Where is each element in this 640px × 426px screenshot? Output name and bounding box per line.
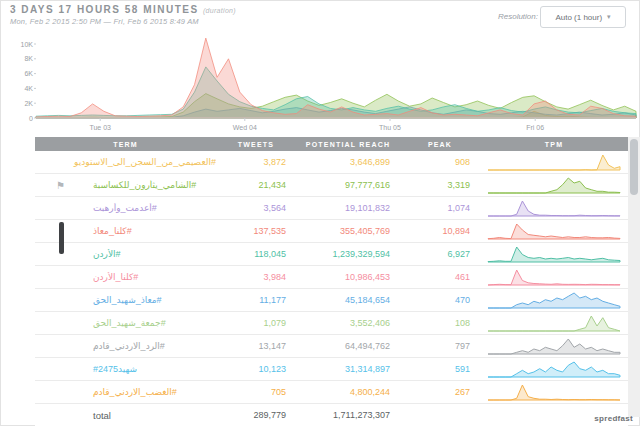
date-range: Mon, Feb 2 2015 2:50 PM — Fri, Feb 6 201…: [10, 17, 199, 26]
tpm-sparkline: [487, 222, 621, 240]
tpm-sparkline: [487, 314, 621, 332]
tpm-sparkline: [487, 360, 621, 378]
x-axis-tick-label: Tue 03: [89, 124, 111, 131]
tpm-sparkline: [487, 176, 621, 194]
term-hashtag[interactable]: #جمعة_شهيد_الحق: [35, 318, 216, 328]
resolution-select[interactable]: Auto (1 hour) ▾: [540, 6, 626, 28]
term-hashtag[interactable]: #2475شهيد: [35, 364, 216, 374]
tpm-cell: [480, 337, 628, 355]
table-header-row: TERMTWEETSPOTENTIAL REACHPEAKTPM: [35, 137, 628, 151]
reach-value: 3,552,406: [296, 318, 400, 328]
total-label: total: [35, 410, 216, 421]
tweets-value: 705: [216, 387, 296, 397]
right-scrollbar-thumb[interactable]: [630, 139, 638, 195]
tpm-cell: [480, 360, 628, 378]
tpm-sparkline: [487, 245, 621, 263]
table-row: #أعدمت_وأرهبت3,56419,101,8321,074: [35, 197, 628, 220]
reach-value: 1,711,273,307: [296, 410, 400, 420]
term-hashtag[interactable]: #معاذ_شهيد_الحق: [35, 295, 216, 305]
table-row: #كلنا_معاذ137,535355,405,76910,894: [35, 220, 628, 243]
tweets-value: 3,984: [216, 272, 296, 282]
tpm-sparkline: [487, 199, 621, 217]
reach-value: 4,800,244: [296, 387, 400, 397]
reach-value: 10,986,453: [296, 272, 400, 282]
tpm-sparkline: [487, 291, 621, 309]
peak-value: 591: [400, 364, 480, 374]
tpm-cell: [480, 314, 628, 332]
reach-value: 97,777,616: [296, 180, 400, 190]
tweets-value: 10,123: [216, 364, 296, 374]
tpm-cell: [480, 268, 628, 286]
table-row: #الأردن118,0451,239,329,5946,927: [35, 243, 628, 266]
y-axis-tick-label: 2K: [24, 100, 33, 107]
table-body: #العصيمي_من_السجن_الى_الاستوديو3,8723,64…: [35, 151, 628, 426]
table-row: #كلنا_الأردن3,98410,986,453461: [35, 266, 628, 289]
peak-value: 108: [400, 318, 480, 328]
chevron-down-icon: ▾: [607, 13, 611, 21]
resolution-value: Auto (1 hour): [555, 13, 602, 22]
peak-value: 797: [400, 341, 480, 351]
tpm-cell: [480, 199, 628, 217]
tweets-value: 137,535: [216, 226, 296, 236]
peak-value: 1,074: [400, 203, 480, 213]
peak-value: 908: [400, 157, 480, 167]
duration-title: 3 DAYS 17 HOURS 58 MINUTES (duration): [10, 4, 236, 15]
term-hashtag[interactable]: #كلنا_الأردن: [35, 272, 216, 282]
term-hashtag[interactable]: #أعدمت_وأرهبت: [35, 203, 216, 213]
tpm-cell: [480, 383, 628, 401]
tpm-cell: [480, 153, 628, 171]
timeline-chart-svg: 02K4K6K8K10KTue 03Wed 04Thu 05Fri 06: [0, 30, 640, 136]
column-header-potential-reach[interactable]: POTENTIAL REACH: [296, 141, 400, 148]
table-row: #الغضب_الاردني_قادم7054,800,244267: [35, 381, 628, 404]
reach-value: 45,184,654: [296, 295, 400, 305]
reach-value: 19,101,832: [296, 203, 400, 213]
tweets-value: 11,177: [216, 295, 296, 305]
resolution-label: Resolution:: [498, 12, 538, 21]
term-hashtag[interactable]: #الغضب_الاردني_قادم: [35, 387, 216, 397]
reach-value: 3,646,899: [296, 157, 400, 167]
timeline-chart[interactable]: 02K4K6K8K10KTue 03Wed 04Thu 05Fri 06: [0, 30, 640, 136]
analytics-dashboard: 3 DAYS 17 HOURS 58 MINUTES (duration) Mo…: [0, 0, 640, 426]
table-row: #العصيمي_من_السجن_الى_الاستوديو3,8723,64…: [35, 151, 628, 174]
tpm-cell: [480, 176, 628, 194]
duration-value: 3 DAYS 17 HOURS 58 MINUTES: [10, 4, 199, 15]
duration-suffix: (duration): [203, 7, 236, 14]
column-header-tpm[interactable]: TPM: [480, 141, 628, 148]
table-row: #الشامي_يثأرون_للكساسبة21,43497,777,6163…: [35, 174, 628, 197]
column-header-peak[interactable]: PEAK: [400, 141, 480, 148]
terms-table: TERMTWEETSPOTENTIAL REACHPEAKTPM #العصيم…: [35, 137, 628, 426]
tpm-sparkline: [487, 153, 621, 171]
tweets-value: 21,434: [216, 180, 296, 190]
table-row: #2475شهيد10,12331,314,897591: [35, 358, 628, 381]
tweets-value: 3,872: [216, 157, 296, 167]
peak-value: 6,927: [400, 249, 480, 259]
term-hashtag[interactable]: #العصيمي_من_السجن_الى_الاستوديو: [35, 157, 216, 167]
tpm-cell: [480, 291, 628, 309]
reach-value: 1,239,329,594: [296, 249, 400, 259]
tweets-value: 13,147: [216, 341, 296, 351]
tpm-sparkline: [487, 337, 621, 355]
y-axis-tick-label: 4K: [24, 85, 33, 92]
y-axis-tick-label: 6K: [24, 70, 33, 77]
term-hashtag[interactable]: #الرد_الاردني_قادم: [35, 341, 216, 351]
peak-value: 10,894: [400, 226, 480, 236]
tweets-value: 3,564: [216, 203, 296, 213]
tweets-value: 1,079: [216, 318, 296, 328]
tpm-cell: [480, 245, 628, 263]
tpm-sparkline: [487, 383, 621, 401]
x-axis-tick-label: Thu 05: [379, 124, 401, 131]
column-header-term[interactable]: TERM: [35, 141, 216, 148]
left-scrollbar-thumb[interactable]: [59, 222, 64, 254]
y-axis-tick-label: 0: [29, 115, 33, 122]
tweets-value: 118,045: [216, 249, 296, 259]
tweets-value: 289,779: [216, 410, 296, 420]
column-header-tweets[interactable]: TWEETS: [216, 141, 296, 148]
table-row: #جمعة_شهيد_الحق1,0793,552,406108: [35, 312, 628, 335]
x-axis-tick-label: Fri 06: [526, 124, 544, 131]
table-row: #معاذ_شهيد_الحق11,17745,184,654470: [35, 289, 628, 312]
table-total-row: total289,7791,711,273,307: [35, 404, 628, 426]
peak-value: 461: [400, 272, 480, 282]
tpm-sparkline: [487, 268, 621, 286]
flag-marker-icon: ⚑: [56, 181, 65, 191]
tpm-cell: [480, 222, 628, 240]
